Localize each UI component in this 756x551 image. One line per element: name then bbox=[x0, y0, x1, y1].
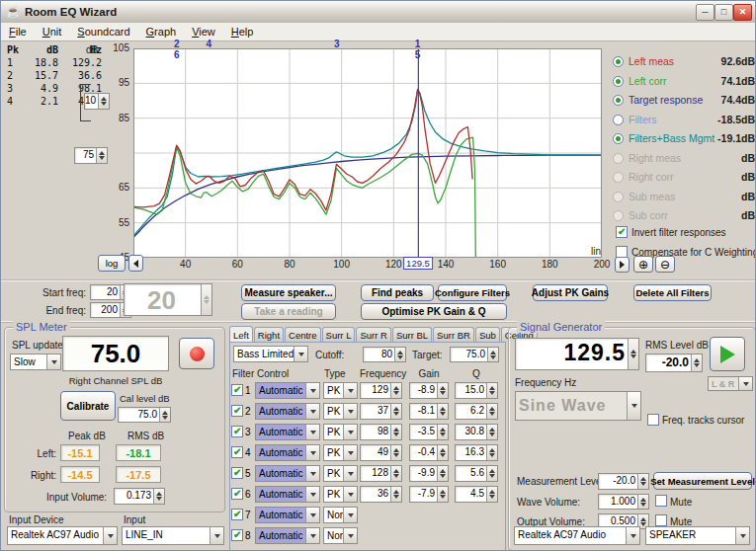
chevron-down-icon[interactable] bbox=[305, 404, 319, 419]
input-combo[interactable]: LINE_IN bbox=[122, 526, 224, 545]
filter-type-combo-5[interactable]: PK bbox=[323, 465, 358, 482]
input-volume-spinner[interactable]: 0.173 bbox=[114, 488, 165, 505]
measurement-level-spinner[interactable]: -20.0 bbox=[598, 473, 649, 490]
chevron-down-icon[interactable] bbox=[343, 528, 357, 543]
filter-type-combo-6[interactable]: PK bbox=[323, 486, 358, 503]
set-measurement-level-button[interactable]: Set Measurement Level bbox=[653, 472, 752, 490]
spinner-buttons[interactable] bbox=[691, 354, 702, 371]
generator-frequency-spinner[interactable]: 129.5 bbox=[515, 338, 639, 370]
waveform-combo[interactable]: Sine Wave bbox=[515, 391, 641, 421]
filter-control-combo-1[interactable]: Automatic bbox=[255, 382, 320, 399]
tab-surr-r[interactable]: Surr R bbox=[356, 327, 390, 342]
chevron-down-icon[interactable] bbox=[305, 487, 319, 502]
zoom-out-button[interactable]: ⊖ bbox=[655, 256, 675, 273]
freq-tracks-cursor-checkbox[interactable] bbox=[647, 414, 659, 426]
radio-filters-bass-mgmt[interactable] bbox=[613, 133, 624, 144]
filter-frequency-spinner-2[interactable]: 37 bbox=[360, 403, 402, 420]
chevron-down-icon[interactable] bbox=[46, 354, 60, 369]
frequency-readout-display[interactable]: 20 bbox=[124, 283, 212, 316]
tab-centre[interactable]: Centre bbox=[285, 327, 321, 342]
menu-help[interactable]: Help bbox=[223, 25, 262, 39]
chevron-down-icon[interactable] bbox=[103, 527, 117, 544]
filter-enable-checkbox-6[interactable] bbox=[231, 488, 243, 500]
filter-control-combo-3[interactable]: Automatic bbox=[255, 424, 320, 440]
spinner-buttons[interactable] bbox=[437, 487, 448, 502]
input-device-combo[interactable]: Realtek AC97 Audio bbox=[7, 526, 118, 545]
filter-enable-checkbox-3[interactable] bbox=[231, 426, 243, 437]
output-device-combo[interactable]: Realtek AC97 Audio bbox=[514, 526, 640, 545]
chevron-down-icon[interactable] bbox=[343, 383, 357, 398]
spinner-buttons[interactable] bbox=[201, 284, 211, 315]
radio-target-response[interactable] bbox=[613, 95, 624, 106]
filter-control-combo-5[interactable]: Automatic bbox=[255, 465, 320, 482]
spinner-buttons[interactable] bbox=[390, 487, 401, 502]
filter-enable-checkbox-1[interactable] bbox=[231, 384, 243, 396]
spinner-buttons[interactable] bbox=[486, 445, 497, 460]
chevron-down-icon[interactable] bbox=[305, 445, 319, 460]
spinner-buttons[interactable] bbox=[486, 383, 497, 398]
chevron-down-icon[interactable] bbox=[343, 466, 357, 481]
tab-right[interactable]: Right bbox=[254, 327, 284, 342]
filter-gain-spinner-2[interactable]: -8.1 bbox=[409, 403, 449, 420]
take-a-reading-button[interactable]: Take a reading bbox=[241, 303, 336, 320]
spinner-buttons[interactable] bbox=[153, 489, 164, 504]
chevron-down-icon[interactable] bbox=[305, 528, 319, 543]
spinner-buttons[interactable] bbox=[487, 348, 498, 361]
filter-frequency-spinner-5[interactable]: 128 bbox=[360, 465, 402, 482]
generator-channel-combo[interactable]: L & R bbox=[708, 376, 753, 391]
output-mute-checkbox[interactable] bbox=[655, 514, 667, 526]
close-button[interactable]: ✕ bbox=[733, 4, 752, 21]
tab-left[interactable]: Left bbox=[229, 326, 253, 342]
chevron-down-icon[interactable] bbox=[627, 392, 640, 420]
filter-enable-checkbox-7[interactable] bbox=[231, 509, 243, 520]
filter-q-spinner-5[interactable]: 5.6 bbox=[455, 465, 498, 482]
pan-right-button[interactable] bbox=[615, 257, 630, 273]
chevron-down-icon[interactable] bbox=[343, 508, 357, 522]
filter-type-combo-2[interactable]: PK bbox=[323, 403, 358, 420]
tab-surr-br[interactable]: Surr BR bbox=[433, 327, 474, 342]
optimise-pk-gain-q-button[interactable]: Optimise PK Gain & Q bbox=[361, 303, 507, 320]
spinner-buttons[interactable] bbox=[637, 474, 648, 489]
chevron-down-icon[interactable] bbox=[626, 527, 639, 544]
chevron-down-icon[interactable] bbox=[210, 527, 223, 544]
chevron-down-icon[interactable] bbox=[735, 527, 749, 544]
spinner-buttons[interactable] bbox=[390, 425, 401, 439]
menu-graph[interactable]: Graph bbox=[138, 25, 185, 39]
radio-left-meas[interactable] bbox=[613, 56, 624, 67]
spinner-buttons[interactable] bbox=[390, 466, 401, 481]
title-bar[interactable]: ☕ Room EQ Wizard ─ □ ✕ bbox=[1, 1, 755, 24]
spinner-buttons[interactable] bbox=[628, 339, 638, 369]
cal-level-spinner[interactable]: 75.0 bbox=[118, 407, 171, 423]
spinner-buttons[interactable] bbox=[486, 466, 497, 481]
chevron-down-icon[interactable] bbox=[738, 377, 752, 390]
maximize-button[interactable]: □ bbox=[714, 4, 733, 21]
spinner-buttons[interactable] bbox=[437, 466, 448, 481]
filter-control-combo-7[interactable]: Automatic bbox=[255, 507, 320, 523]
invert-filter-responses-checkbox[interactable] bbox=[616, 226, 628, 238]
chevron-down-icon[interactable] bbox=[305, 425, 319, 439]
filter-gain-spinner-3[interactable]: -3.5 bbox=[409, 424, 449, 440]
configure-filters-button[interactable]: Configure Filters bbox=[438, 284, 507, 301]
chevron-down-icon[interactable] bbox=[305, 508, 319, 522]
filter-type-combo-7[interactable]: None bbox=[323, 507, 358, 523]
target-spinner[interactable]: 75.0 bbox=[450, 347, 499, 362]
chevron-down-icon[interactable] bbox=[343, 487, 357, 502]
record-button[interactable] bbox=[179, 338, 214, 369]
chevron-down-icon[interactable] bbox=[294, 347, 307, 361]
tab-surr-bl[interactable]: Surr BL bbox=[392, 327, 432, 342]
play-button[interactable] bbox=[710, 337, 745, 371]
filter-control-combo-8[interactable]: Automatic bbox=[255, 527, 320, 544]
spinner-buttons[interactable] bbox=[437, 445, 448, 460]
filter-type-combo-4[interactable]: PK bbox=[323, 444, 358, 461]
filter-q-spinner-6[interactable]: 4.5 bbox=[455, 486, 498, 503]
measure-speaker-button[interactable]: Measure speaker... bbox=[241, 284, 336, 301]
filter-q-spinner-3[interactable]: 30.8 bbox=[455, 424, 498, 440]
filter-q-spinner-1[interactable]: 15.0 bbox=[455, 382, 498, 399]
filter-q-spinner-2[interactable]: 6.2 bbox=[455, 403, 498, 420]
spinner-buttons[interactable] bbox=[390, 383, 401, 398]
filter-control-combo-4[interactable]: Automatic bbox=[255, 444, 320, 461]
filter-frequency-spinner-1[interactable]: 129 bbox=[360, 382, 402, 399]
chevron-down-icon[interactable] bbox=[343, 425, 357, 439]
spinner-buttons[interactable] bbox=[437, 383, 448, 398]
adjust-pk-gains-button[interactable]: Adjust PK Gains bbox=[533, 284, 608, 301]
